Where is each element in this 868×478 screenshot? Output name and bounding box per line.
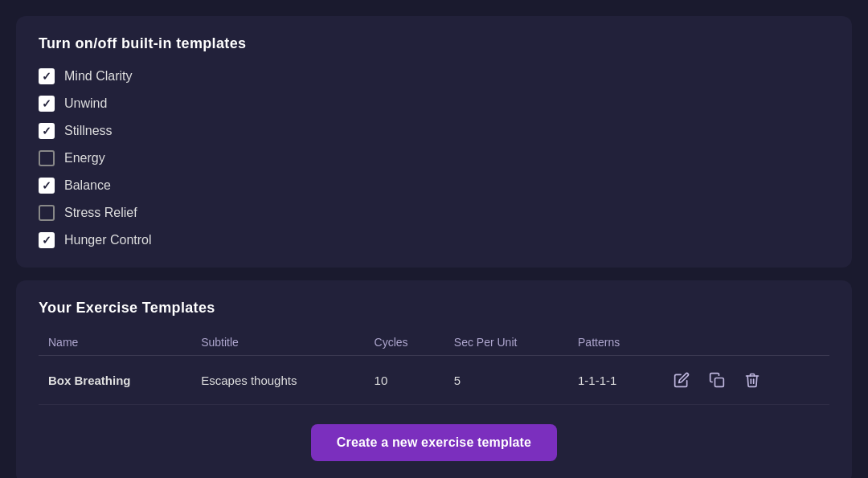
checkbox-label: Unwind: [64, 96, 107, 111]
checkbox-item: Stress Relief: [39, 205, 829, 221]
table-col-header: Cycles: [365, 329, 444, 356]
exercise-title: Your Exercise Templates: [39, 300, 829, 317]
table-cell: 10: [365, 356, 444, 405]
table-cell: Escapes thoughts: [191, 356, 364, 405]
checkbox-unwind[interactable]: [39, 96, 55, 112]
table-cell: Box Breathing: [39, 356, 191, 405]
checkbox-item: Hunger Control: [39, 232, 829, 248]
checkbox-mind-clarity[interactable]: [39, 68, 55, 84]
table-col-header: Sec Per Unit: [444, 329, 568, 356]
copy-icon: [709, 372, 725, 388]
built-in-templates-card: Turn on/off built-in templates Mind Clar…: [16, 16, 852, 268]
checkbox-label: Energy: [64, 151, 105, 165]
checkbox-stillness[interactable]: [39, 123, 55, 139]
checkbox-label: Balance: [64, 178, 111, 193]
built-in-title: Turn on/off built-in templates: [39, 35, 829, 52]
table-row: Box BreathingEscapes thoughts1051-1-1-1: [39, 356, 829, 405]
checkbox-item: Energy: [39, 150, 829, 166]
table-body: Box BreathingEscapes thoughts1051-1-1-1: [39, 356, 829, 405]
edit-icon: [674, 372, 690, 388]
table-cell-actions: [661, 356, 830, 405]
delete-button[interactable]: [741, 369, 764, 391]
checkbox-hunger-control[interactable]: [39, 232, 55, 248]
checkbox-label: Stillness: [64, 124, 113, 138]
checkbox-energy[interactable]: [39, 150, 55, 166]
checkbox-list: Mind ClarityUnwindStillnessEnergyBalance…: [39, 68, 829, 248]
checkbox-item: Unwind: [39, 96, 829, 112]
exercise-templates-card: Your Exercise Templates NameSubtitleCycl…: [16, 280, 852, 478]
copy-button[interactable]: [706, 369, 728, 391]
table-col-actions: [661, 329, 830, 356]
table-col-header: Subtitle: [191, 329, 364, 356]
checkbox-item: Stillness: [39, 123, 829, 139]
checkbox-item: Balance: [39, 178, 829, 194]
svg-rect-0: [714, 378, 723, 387]
checkbox-stress-relief[interactable]: [39, 205, 55, 221]
action-icons: [670, 369, 821, 391]
exercise-table: NameSubtitleCyclesSec Per UnitPatterns B…: [39, 329, 829, 405]
create-template-button[interactable]: Create a new exercise template: [311, 424, 557, 461]
table-col-header: Patterns: [568, 329, 660, 356]
table-col-header: Name: [39, 329, 191, 356]
checkbox-label: Stress Relief: [64, 206, 137, 220]
table-cell: 5: [444, 356, 568, 405]
checkbox-item: Mind Clarity: [39, 68, 829, 84]
trash-icon: [744, 372, 760, 388]
checkbox-label: Mind Clarity: [64, 69, 132, 84]
edit-button[interactable]: [670, 369, 693, 391]
checkbox-balance[interactable]: [39, 178, 55, 194]
checkbox-label: Hunger Control: [64, 233, 152, 247]
table-cell: 1-1-1-1: [568, 356, 660, 405]
table-header: NameSubtitleCyclesSec Per UnitPatterns: [39, 329, 829, 356]
